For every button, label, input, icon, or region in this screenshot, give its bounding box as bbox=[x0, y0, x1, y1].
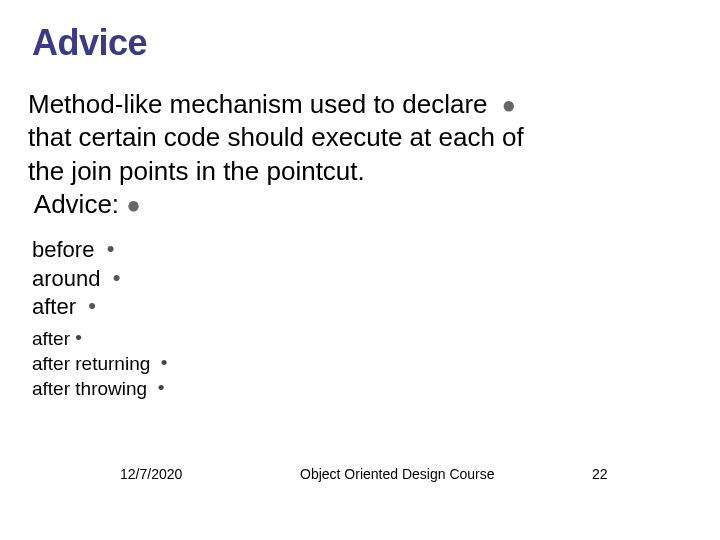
bullet-icon: ● bbox=[126, 191, 141, 218]
slide: Advice Method-like mechanism used to dec… bbox=[0, 0, 720, 540]
body-line-1-text: Method-like mechanism used to declare bbox=[28, 89, 488, 119]
sub-list-2: after • after returning • after throwing… bbox=[32, 326, 168, 401]
bullet-icon: • bbox=[101, 236, 115, 261]
advice-line: Advice: ● bbox=[28, 188, 668, 221]
item-before-text: before bbox=[32, 237, 94, 262]
bullet-icon: • bbox=[82, 293, 96, 318]
body-line-2: that certain code should execute at each… bbox=[28, 121, 668, 154]
body-line-3: the join points in the pointcut. bbox=[28, 155, 668, 188]
list-item: after returning • bbox=[32, 351, 168, 376]
bullet-icon: ● bbox=[495, 91, 516, 118]
footer-course: Object Oriented Design Course bbox=[300, 466, 495, 482]
footer: 12/7/2020 Object Oriented Design Course … bbox=[0, 466, 720, 486]
bullet-icon: • bbox=[107, 265, 121, 290]
list-item: after throwing • bbox=[32, 376, 168, 401]
bullet-icon: • bbox=[75, 327, 82, 348]
slide-title: Advice bbox=[32, 22, 147, 64]
body-line-1: Method-like mechanism used to declare ● bbox=[28, 88, 668, 121]
item-around-text: around bbox=[32, 266, 101, 291]
item-after-text: after bbox=[32, 294, 76, 319]
item-after-returning-text: after returning bbox=[32, 353, 150, 374]
footer-page-number: 22 bbox=[592, 466, 608, 482]
footer-date: 12/7/2020 bbox=[120, 466, 182, 482]
bullet-icon: • bbox=[152, 377, 164, 398]
advice-label-text: Advice: bbox=[34, 189, 119, 219]
bullet-icon: • bbox=[156, 352, 168, 373]
body-text: Method-like mechanism used to declare ● … bbox=[28, 88, 668, 221]
item-after2-text: after bbox=[32, 328, 70, 349]
sub-list-1: before • around • after • bbox=[32, 236, 120, 322]
list-item: after • bbox=[32, 326, 168, 351]
item-after-throwing-text: after throwing bbox=[32, 378, 147, 399]
list-item: around • bbox=[32, 265, 120, 294]
list-item: before • bbox=[32, 236, 120, 265]
list-item: after • bbox=[32, 293, 120, 322]
